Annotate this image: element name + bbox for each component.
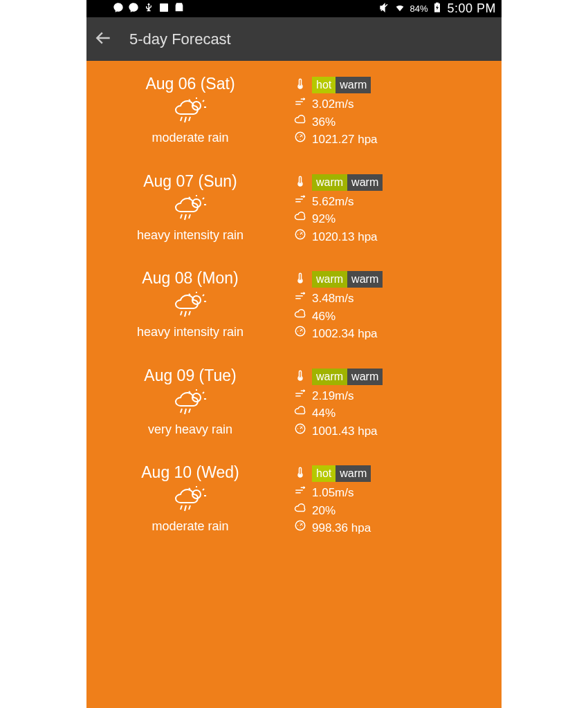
forecast-condition: heavy intensity rain: [137, 325, 244, 339]
forecast-condition: moderate rain: [151, 519, 228, 534]
rain-sun-icon: [174, 195, 207, 225]
temp-low-badge: warm: [347, 174, 383, 191]
forecast-date: Aug 10 (Wed): [141, 463, 239, 482]
temp-low-badge: warm: [347, 369, 383, 385]
wind-value: 2.19m/s: [312, 387, 353, 405]
wind-icon: [294, 387, 306, 405]
wind-icon: [294, 95, 306, 113]
temp-low-badge: warm: [336, 465, 371, 482]
battery-text: 84%: [410, 3, 428, 14]
rain-sun-icon: [174, 389, 207, 420]
forecast-row: Aug 09 (Tue) very heavy rain warmwarm 2.…: [86, 360, 502, 457]
device-frame: 84% 5:00 PM 5-day Forecast Aug 06 (Sat) …: [86, 0, 502, 708]
temp-high-badge: warm: [312, 369, 347, 385]
rain-sun-icon: [174, 292, 207, 322]
messenger-icon: [113, 2, 124, 15]
svg-line-50: [189, 505, 190, 510]
pressure-icon: [294, 131, 306, 149]
svg-line-49: [185, 505, 186, 511]
battery-icon: [432, 2, 443, 15]
usb-icon: [143, 2, 154, 15]
clock-text: 5:00 PM: [447, 1, 496, 16]
back-button[interactable]: [95, 29, 113, 50]
temp-high-badge: warm: [312, 271, 347, 288]
forecast-row: Aug 08 (Mon) heavy intensity rain warmwa…: [86, 262, 502, 360]
cloud-icon: [294, 502, 306, 520]
svg-point-31: [300, 280, 302, 282]
svg-line-45: [203, 489, 204, 490]
rain-sun-icon: [174, 97, 207, 128]
svg-point-11: [300, 86, 302, 88]
page-title: 5-day Forecast: [129, 30, 231, 48]
rain-sun-icon: [174, 486, 207, 516]
temp-badges: warmwarm: [312, 369, 383, 385]
wind-value: 3.02m/s: [312, 95, 353, 113]
pressure-icon: [294, 325, 306, 343]
svg-point-41: [300, 378, 302, 380]
thermometer-icon: [294, 76, 306, 94]
svg-line-28: [181, 311, 182, 315]
svg-line-35: [203, 392, 204, 393]
svg-point-51: [300, 474, 302, 476]
cloud-icon: [294, 404, 306, 422]
svg-line-30: [189, 311, 190, 315]
forecast-condition: very heavy rain: [148, 422, 232, 437]
temp-badges: warmwarm: [312, 174, 383, 191]
wind-value: 1.05m/s: [312, 484, 353, 502]
wind-icon: [294, 484, 306, 502]
svg-line-29: [185, 311, 186, 317]
svg-line-15: [203, 198, 204, 199]
pressure-icon: [294, 519, 306, 537]
app-bar: 5-day Forecast: [86, 17, 502, 61]
svg-line-10: [189, 117, 190, 121]
temp-badges: hotwarm: [312, 77, 371, 93]
picture-icon: [158, 2, 169, 15]
temp-low-badge: warm: [347, 271, 383, 288]
svg-point-21: [300, 183, 302, 185]
pressure-value: 998.36 hpa: [312, 519, 371, 537]
status-bar: 84% 5:00 PM: [86, 0, 502, 17]
forecast-condition: moderate rain: [151, 131, 228, 145]
temp-badges: warmwarm: [312, 271, 383, 288]
pressure-value: 1002.34 hpa: [312, 325, 378, 343]
wind-icon: [294, 193, 306, 211]
svg-line-39: [185, 409, 186, 414]
cloud-icon: [294, 113, 306, 131]
cloud-value: 46%: [312, 308, 336, 326]
svg-line-19: [185, 214, 186, 220]
wifi-icon: [394, 2, 405, 15]
temp-low-badge: warm: [336, 77, 371, 93]
forecast-date: Aug 09 (Tue): [144, 366, 236, 385]
svg-line-40: [189, 409, 190, 413]
svg-line-9: [185, 117, 186, 122]
svg-rect-2: [436, 3, 439, 3]
cloud-icon: [294, 308, 306, 326]
pressure-value: 1021.27 hpa: [312, 131, 378, 149]
forecast-condition: heavy intensity rain: [137, 228, 244, 243]
thermometer-icon: [294, 465, 306, 483]
cloud-icon: [294, 210, 306, 228]
pressure-icon: [294, 422, 306, 440]
thermometer-icon: [294, 368, 306, 386]
forecast-date: Aug 07 (Sun): [143, 172, 237, 191]
svg-line-25: [203, 295, 204, 296]
forecast-list: Aug 06 (Sat) moderate rain hotwarm 3.02m…: [86, 61, 502, 554]
pressure-value: 1020.13 hpa: [312, 228, 378, 246]
cloud-value: 36%: [312, 113, 336, 131]
svg-line-48: [181, 505, 182, 510]
mute-icon: [379, 2, 390, 15]
messenger-icon: [128, 2, 139, 15]
temp-high-badge: hot: [312, 77, 336, 93]
wind-value: 3.48m/s: [312, 290, 353, 308]
forecast-row: Aug 07 (Sun) heavy intensity rain warmwa…: [86, 165, 502, 263]
wind-value: 5.62m/s: [312, 193, 353, 211]
pressure-icon: [294, 228, 306, 246]
svg-line-20: [189, 214, 190, 218]
forecast-row: Aug 06 (Sat) moderate rain hotwarm 3.02m…: [86, 68, 502, 165]
wind-icon: [294, 290, 306, 308]
temp-badges: hotwarm: [312, 465, 371, 482]
thermometer-icon: [294, 270, 306, 288]
temp-high-badge: warm: [312, 174, 347, 191]
cloud-value: 92%: [312, 210, 336, 228]
temp-high-badge: hot: [312, 465, 336, 482]
